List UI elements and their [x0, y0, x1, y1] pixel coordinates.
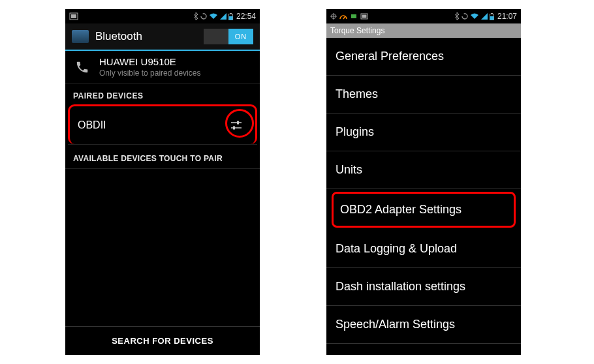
svg-rect-18 [490, 16, 493, 20]
wifi-icon [470, 13, 479, 20]
item-obd2-adapter-settings[interactable]: OBD2 Adapter Settings [332, 192, 516, 228]
search-for-devices-button[interactable]: SEARCH FOR DEVICES [65, 326, 260, 355]
item-units[interactable]: Units [326, 151, 521, 189]
paired-devices-label: PAIRED DEVICES [65, 83, 260, 104]
paired-device-obdii[interactable]: OBDII [68, 104, 257, 144]
status-bar: 22:54 [65, 9, 260, 23]
item-dash-installation[interactable]: Dash installation settings [326, 268, 521, 306]
torque-title: Torque Settings [330, 26, 384, 35]
svg-rect-15 [362, 15, 367, 18]
svg-line-12 [343, 16, 345, 19]
battery-icon [228, 13, 233, 20]
bluetooth-app-icon [72, 30, 89, 43]
screenshot-icon [360, 13, 368, 20]
torque-settings-header: Torque Settings [326, 23, 521, 38]
svg-rect-4 [228, 16, 232, 20]
item-plugins[interactable]: Plugins [326, 114, 521, 151]
status-bar: 21:07 [326, 9, 521, 23]
available-devices-label: AVAILABLE DEVICES TOUCH TO PAIR [65, 145, 260, 169]
gauge-icon [339, 13, 347, 20]
phone-bluetooth: 22:54 Bluetooth ON HUAWEI U9510E Only vi… [65, 9, 260, 355]
gps-icon [330, 13, 337, 20]
signal-icon [220, 13, 227, 20]
item-general-preferences[interactable]: General Preferences [326, 38, 521, 76]
item-data-logging[interactable]: Data Logging & Upload [326, 230, 521, 268]
highlight-circle [225, 109, 254, 138]
bluetooth-status-icon [193, 12, 198, 20]
svg-rect-1 [71, 14, 76, 18]
signal-icon [481, 13, 488, 20]
phone-handset-icon [73, 60, 91, 74]
device-name: HUAWEI U9510E [99, 56, 200, 67]
item-themes[interactable]: Themes [326, 76, 521, 114]
status-left [330, 13, 368, 20]
search-for-devices-label: SEARCH FOR DEVICES [112, 336, 213, 346]
item-manage-alarms[interactable]: Manage Alarms [326, 344, 521, 355]
status-right: 21:07 [454, 12, 517, 21]
bluetooth-toggle[interactable]: ON [204, 29, 253, 44]
status-left [69, 12, 78, 20]
toggle-off-label [204, 29, 228, 44]
device-visibility: Only visible to paired devices [99, 68, 200, 78]
wifi-icon [209, 13, 218, 20]
status-time: 21:07 [497, 12, 517, 21]
torque-settings-list: General Preferences Themes Plugins Units… [326, 38, 521, 355]
page-title: Bluetooth [95, 30, 142, 43]
bluetooth-header: Bluetooth ON [65, 23, 260, 51]
bluetooth-status-icon [454, 12, 460, 20]
sync-icon [200, 13, 207, 20]
status-time: 22:54 [236, 12, 256, 21]
status-right: 22:54 [193, 12, 256, 21]
svg-rect-13 [351, 14, 356, 18]
battery-icon [490, 13, 494, 20]
phone-torque: 21:07 Torque Settings General Preference… [326, 9, 521, 355]
sync-icon [461, 13, 468, 20]
toggle-on-label: ON [228, 29, 253, 44]
item-speech-alarm[interactable]: Speech/Alarm Settings [326, 306, 521, 344]
screenshot-icon [69, 12, 78, 20]
chip-icon [350, 13, 358, 20]
my-device-row[interactable]: HUAWEI U9510E Only visible to paired dev… [65, 51, 260, 83]
device-text: HUAWEI U9510E Only visible to paired dev… [99, 56, 200, 78]
paired-device-name: OBDII [78, 119, 225, 131]
